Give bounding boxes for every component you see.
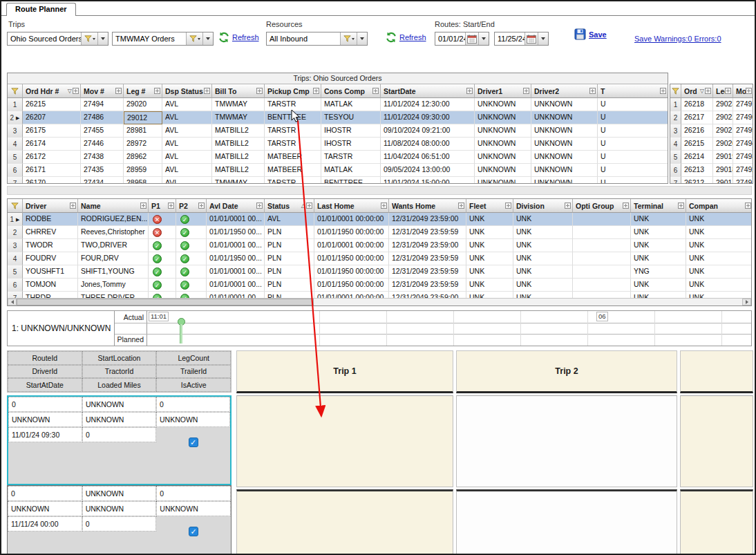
column-pin-icon[interactable] bbox=[678, 203, 684, 209]
trips-orders-select[interactable]: TMWMAY Orders bbox=[112, 32, 214, 46]
column-header[interactable]: Driver bbox=[23, 199, 78, 213]
grid-row[interactable]: 1262152749429020AVLTMWMAYTARSTRMATLAK11/… bbox=[8, 98, 668, 111]
grid-row[interactable]: 2▶262072748629012AVLTMWMAYBENTTREETESYOU… bbox=[8, 111, 668, 124]
trip-slot[interactable] bbox=[456, 489, 677, 555]
column-header[interactable]: Name bbox=[78, 199, 149, 213]
route-end-date[interactable]: 11/25/24 bbox=[494, 32, 549, 46]
grid-row[interactable]: 2CHRREVReeves,Christopher✕✓01/01/1950 00… bbox=[8, 226, 752, 239]
column-pin-icon[interactable] bbox=[745, 203, 751, 209]
column-header[interactable]: Opti Group bbox=[573, 199, 631, 213]
resources-refresh[interactable]: Refresh bbox=[386, 32, 426, 43]
trip-slot[interactable] bbox=[680, 489, 753, 555]
column-pin-icon[interactable] bbox=[458, 203, 464, 209]
save-button[interactable]: Save bbox=[574, 28, 607, 40]
trip-slot[interactable] bbox=[680, 395, 753, 487]
column-header[interactable]: Pickup Cmp bbox=[265, 84, 321, 98]
dropdown-arrow-icon[interactable] bbox=[202, 32, 213, 45]
column-pin-icon[interactable] bbox=[660, 88, 666, 94]
column-pin-icon[interactable] bbox=[589, 88, 596, 94]
column-header[interactable]: Avl Date bbox=[207, 199, 265, 213]
grid-row[interactable]: 3262162902127495 bbox=[670, 124, 753, 138]
row-selector-header[interactable] bbox=[8, 84, 23, 98]
column-pin-icon[interactable] bbox=[154, 88, 160, 94]
column-header[interactable]: P1 bbox=[149, 199, 176, 213]
column-pin-icon[interactable] bbox=[725, 88, 731, 94]
column-header[interactable]: Bill To bbox=[212, 84, 265, 98]
horizontal-scrollbar[interactable] bbox=[8, 298, 751, 305]
route-card[interactable]: 0UNKNOWN0UNKNOWNUNKNOWNUNKNOWN11/01/24 0… bbox=[7, 395, 231, 485]
grid-row[interactable]: 2262172902227496 bbox=[670, 111, 753, 124]
column-pin-icon[interactable] bbox=[256, 88, 263, 94]
horizontal-splitter[interactable] bbox=[7, 186, 752, 195]
route-start-date[interactable]: 01/01/24 bbox=[435, 32, 489, 46]
column-pin-icon[interactable] bbox=[565, 203, 571, 209]
scroll-left-button[interactable] bbox=[8, 299, 17, 305]
calendar-icon[interactable] bbox=[525, 32, 538, 45]
column-pin-icon[interactable] bbox=[705, 88, 711, 94]
trip-slot[interactable] bbox=[236, 489, 453, 555]
gantt-timeline[interactable]: 11:0106 bbox=[147, 311, 751, 346]
grid-row[interactable]: 5261722743828962AVLMATBILL2MATBEERTARSTR… bbox=[8, 151, 668, 164]
trip-panel-header[interactable]: Trip 2 bbox=[456, 350, 677, 393]
column-pin-icon[interactable] bbox=[381, 203, 387, 209]
grid-row[interactable]: 5YOUSHFT1SHIFT1,YOUNG✓✓01/01/0001 00...P… bbox=[8, 265, 752, 279]
scroll-right-button[interactable] bbox=[742, 299, 751, 305]
column-header[interactable]: Move bbox=[733, 84, 753, 98]
column-header[interactable]: Compan bbox=[686, 199, 752, 213]
save-warnings-errors-link[interactable]: Save Warnings:0 Errors:0 bbox=[634, 35, 721, 43]
calendar-icon[interactable] bbox=[465, 32, 478, 45]
column-header[interactable]: Driver2 bbox=[531, 84, 598, 98]
column-pin-icon[interactable] bbox=[505, 203, 511, 209]
column-header[interactable]: P2 bbox=[176, 199, 207, 213]
route-card[interactable]: 0UNKNOWN0UNKNOWNUNKNOWNUNKNOWN11/11/24 0… bbox=[7, 485, 231, 555]
row-selector-header[interactable] bbox=[8, 199, 23, 213]
column-pin-icon[interactable] bbox=[372, 88, 379, 94]
grid-row[interactable]: 5262142901927493 bbox=[670, 151, 753, 164]
column-pin-icon[interactable] bbox=[746, 88, 752, 94]
column-header[interactable]: Last Home bbox=[314, 199, 389, 213]
gantt-start-marker[interactable] bbox=[178, 318, 184, 344]
filter-icon[interactable] bbox=[340, 32, 357, 45]
grid-row[interactable]: 7262122901727491 bbox=[670, 177, 753, 184]
column-header[interactable]: Mov # bbox=[81, 84, 124, 98]
column-header[interactable]: Ord Hdr #▽ bbox=[23, 84, 81, 98]
grid-row[interactable]: 4262152902027494 bbox=[670, 138, 753, 151]
column-pin-icon[interactable] bbox=[168, 203, 174, 209]
column-header[interactable]: Wants Home bbox=[389, 199, 466, 213]
dropdown-arrow-icon[interactable] bbox=[97, 32, 108, 45]
dropdown-arrow-icon[interactable] bbox=[478, 32, 489, 45]
grid-row[interactable]: 3TWODRTWO,DRIVER✓✓01/01/0001 00...PLN01/… bbox=[8, 239, 752, 252]
grid-row[interactable]: 6261712743528959AVLMATBILL2MATBEERMATLAK… bbox=[8, 164, 668, 177]
column-pin-icon[interactable] bbox=[313, 88, 319, 94]
column-pin-icon[interactable] bbox=[115, 88, 122, 94]
trips-refresh-link[interactable]: Refresh bbox=[232, 33, 259, 41]
grid-row[interactable]: 4FOUDRVFOUR,DRV✓✓01/01/1950 00...PLN01/0… bbox=[8, 252, 752, 265]
column-header[interactable]: Leg # bbox=[124, 84, 162, 98]
column-pin-icon[interactable] bbox=[204, 88, 210, 94]
column-pin-icon[interactable] bbox=[73, 88, 79, 94]
tab-route-planner[interactable]: Route Planner bbox=[6, 3, 76, 16]
column-header[interactable]: Terminal bbox=[631, 199, 686, 213]
column-header[interactable]: Cons Comp bbox=[321, 84, 381, 98]
column-pin-icon[interactable] bbox=[140, 203, 147, 209]
resources-refresh-link[interactable]: Refresh bbox=[399, 33, 426, 41]
filter-icon[interactable] bbox=[81, 32, 97, 45]
column-header[interactable]: Driver1 bbox=[475, 84, 531, 98]
column-header[interactable]: T bbox=[598, 84, 668, 98]
grid-row[interactable]: 6262132901827492 bbox=[670, 164, 753, 177]
grid-row[interactable]: 4261742744628972AVLMATBILL2TARSTRIHOSTR1… bbox=[8, 138, 668, 151]
grid-row[interactable]: 3261752745528981AVLMATBILL2TARSTRIHOSTR0… bbox=[8, 124, 668, 138]
column-header[interactable]: StartDate bbox=[381, 84, 475, 98]
filter-icon[interactable] bbox=[186, 32, 202, 45]
column-header[interactable]: Status△ bbox=[265, 199, 314, 213]
resources-filter-select[interactable]: All Inbound bbox=[266, 32, 368, 46]
column-pin-icon[interactable] bbox=[70, 203, 76, 209]
trips-source-select[interactable]: Ohio Sourced Orders bbox=[7, 32, 108, 46]
column-pin-icon[interactable] bbox=[256, 203, 263, 209]
trip-panel-header[interactable] bbox=[680, 350, 753, 393]
dropdown-arrow-icon[interactable] bbox=[357, 32, 367, 45]
column-pin-icon[interactable] bbox=[466, 88, 473, 94]
dropdown-arrow-icon[interactable] bbox=[538, 32, 548, 45]
column-header[interactable]: Ord Hdr▽ bbox=[681, 84, 713, 98]
grid-row[interactable]: 6TOMJONJones,Tommy✓✓01/01/0001 00...PLN0… bbox=[8, 279, 752, 292]
